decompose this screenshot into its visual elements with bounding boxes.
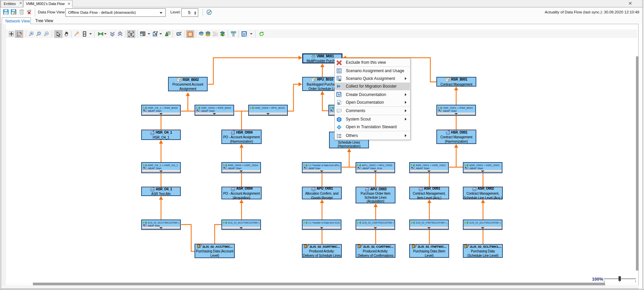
svg-text:T: T (130, 32, 132, 37)
